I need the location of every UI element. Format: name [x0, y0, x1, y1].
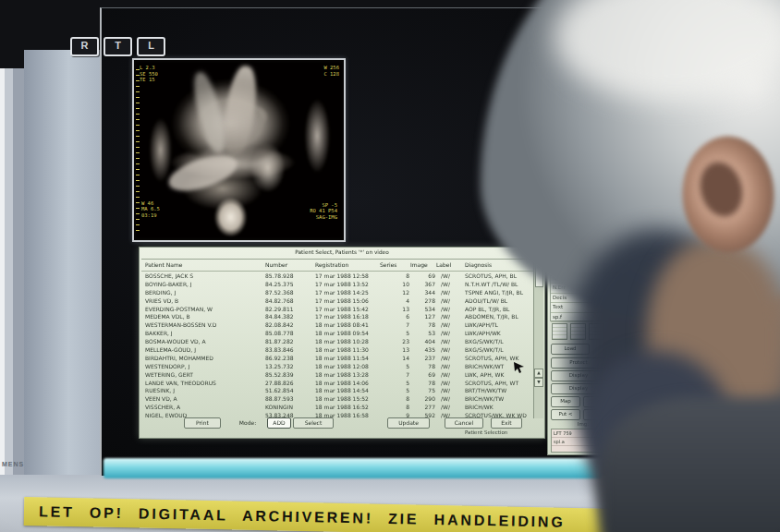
- protect-button[interactable]: Protect: [551, 357, 606, 369]
- table-cell: /W/: [441, 387, 461, 393]
- table-row[interactable]: RUESINK, J51.62.85418 mar 1988 14:54575/…: [140, 387, 533, 395]
- scroll-down-icon[interactable]: ▼: [534, 378, 543, 387]
- select-button[interactable]: Select: [293, 417, 334, 429]
- list-item[interactable]: N.Err: [551, 284, 612, 293]
- table-cell: VRIES VD, B: [145, 297, 262, 304]
- table-cell: RUESINK, J: [145, 387, 262, 393]
- display-button[interactable]: Display: [551, 370, 606, 381]
- print-button[interactable]: Print: [184, 417, 221, 429]
- monitor-bezel-left: [24, 50, 105, 484]
- table-cell: BXG/S/WK/T/L: [465, 346, 533, 353]
- table-cell: 18 mar 1988 10:28: [315, 338, 393, 345]
- table-cell: 127: [413, 313, 435, 320]
- column-header: Patient Name: [145, 261, 183, 268]
- table-cell: /W/: [441, 404, 461, 410]
- exit-button[interactable]: Exit: [491, 417, 522, 429]
- mode-add-button[interactable]: ADD: [267, 417, 291, 429]
- table-cell: BRICH/WK/TW: [465, 395, 533, 402]
- column-header: Series: [380, 261, 396, 268]
- table-cell: SCROTUS, APH, BL: [465, 272, 533, 279]
- table-row[interactable]: BOSMA-WOUDE VD, A81.87.28218 mar 1988 10…: [140, 338, 533, 346]
- img-listbox[interactable]: LFT 759spl.a: [551, 429, 623, 453]
- table-row[interactable]: MELLEMA-GOUD, J83.83.84618 mar 1988 11:3…: [140, 346, 533, 355]
- table-row[interactable]: MEDEMA VDL, B84.84.38217 mar 1988 16:186…: [140, 313, 533, 321]
- list-item[interactable]: sub 7: [551, 274, 612, 284]
- table-row[interactable]: BIRDAHTRI, MOHAMMED86.92.23818 mar 1988 …: [140, 355, 533, 363]
- table-cell: AOP BL, T/JR, BL: [465, 306, 533, 312]
- table-cell: /W/: [441, 355, 461, 361]
- update-button[interactable]: Update: [387, 417, 430, 429]
- table-cell: LWK/APH/WK: [465, 330, 533, 336]
- side-panel: sub 7N.ErrDecisTextsp.f Load Protect Dis…: [547, 271, 634, 455]
- list-item[interactable]: LFT 759: [552, 429, 622, 438]
- put-right-button[interactable]: Put >: [583, 409, 626, 420]
- table-cell: 17 mar 1988 15:42: [315, 306, 393, 312]
- table-cell: 83.83.846: [265, 346, 311, 353]
- table-cell: 8: [395, 395, 409, 402]
- mri-annotation-bottom-left: W 46MA 6.503:19: [141, 200, 160, 219]
- mri-annotation-line: L 2.3: [140, 65, 158, 71]
- table-cell: 367: [413, 281, 435, 287]
- put-left-button[interactable]: Put <: [551, 409, 580, 420]
- table-row[interactable]: WESTERMAN-BOSSEN V.D82.08.84218 mar 1988…: [140, 321, 533, 330]
- load-button[interactable]: Load: [551, 344, 590, 355]
- table-cell: 5: [395, 380, 409, 386]
- table-cell: 7: [395, 321, 409, 328]
- table-row[interactable]: BOSSCHE, JACK S85.78.92817 mar 1988 12:5…: [140, 272, 533, 281]
- screen-glare: [453, 36, 702, 267]
- column-header: Diagnosis: [465, 261, 492, 268]
- table-row[interactable]: BOYING-BAKER, J84.25.37517 mar 1988 13:5…: [140, 281, 533, 289]
- table-cell: VEEN VD, A: [145, 395, 262, 402]
- table-cell: /W/: [441, 313, 461, 320]
- table-scrollbar[interactable]: ▲ ▼: [533, 260, 543, 418]
- table-cell: BAKKER, J: [145, 330, 262, 336]
- table-row[interactable]: BERDING, J87.52.36817 mar 1988 14:251234…: [140, 289, 533, 297]
- image-page-icon[interactable]: [552, 323, 567, 340]
- dialog-title: Patient Select, Patients '*' on video: [140, 249, 544, 255]
- img-label: Img:: [551, 421, 615, 427]
- display-button[interactable]: Display: [551, 383, 606, 394]
- table-cell: 18 mar 1988 13:28: [315, 371, 393, 378]
- rtl-logo: RTL: [70, 37, 165, 56]
- table-row[interactable]: WETERING, GERT85.52.83918 mar 1988 13:28…: [140, 371, 533, 380]
- table-cell: 290: [413, 395, 435, 402]
- table-cell: /W/: [441, 363, 461, 369]
- mri-image-window[interactable]: L 2.3SE 550TE 15 W 256C 128 W 46MA 6.503…: [132, 58, 346, 242]
- table-row[interactable]: EVERDING-POSTMAN, W82.29.81117 mar 1988 …: [140, 306, 533, 314]
- table-cell: 13.25.732: [265, 363, 311, 369]
- map-button[interactable]: Map: [551, 396, 580, 407]
- table-cell: 17 mar 1988 12:58: [315, 272, 393, 279]
- table-cell: 344: [413, 289, 435, 296]
- scroll-up-icon[interactable]: ▲: [534, 369, 543, 378]
- image-page-icon[interactable]: [589, 323, 604, 340]
- list-item[interactable]: sp.f: [551, 313, 612, 322]
- table-cell: 53: [413, 330, 435, 336]
- label-button[interactable]: Label: [583, 396, 626, 407]
- list-item[interactable]: Decis: [551, 294, 612, 303]
- table-cell: /W/: [441, 306, 461, 312]
- cancel-button[interactable]: Cancel: [445, 417, 483, 429]
- table-cell: ADOU/TL/W/ BL: [465, 297, 533, 304]
- table-cell: /W/: [441, 371, 461, 378]
- image-page-icon[interactable]: [570, 323, 586, 340]
- table-row[interactable]: VRIES VD, B84.82.76817 mar 1988 15:06427…: [140, 297, 533, 306]
- table-row[interactable]: BAKKER, J85.08.77818 mar 1988 09:54553/W…: [140, 330, 533, 338]
- scrollbar-thumb[interactable]: [535, 261, 543, 287]
- table-row[interactable]: VISSCHER, AKONINGIN18 mar 1988 16:528277…: [140, 404, 533, 412]
- list-item[interactable]: spl.a: [552, 438, 622, 446]
- warning-banner-text: LET OP! DIGITAAL ARCHIVEREN! ZIE HANDLEI…: [39, 503, 566, 529]
- table-cell: /W/: [441, 395, 461, 402]
- table-row[interactable]: LANDE VAN, THEODORUS27.88.82618 mar 1988…: [140, 380, 533, 388]
- table-cell: 84.82.768: [265, 297, 311, 304]
- table-cell: LWK/APH/TL: [465, 321, 533, 328]
- table-cell: BRT/TH/WK/TW: [465, 387, 533, 393]
- table-cell: 85.78.928: [265, 272, 311, 279]
- table-cell: BERDING, J: [145, 289, 262, 296]
- table-cell: 18 mar 1988 08:41: [315, 321, 393, 328]
- table-row[interactable]: WESTENDORP, J13.25.73218 mar 1988 12:085…: [140, 363, 533, 371]
- list-item[interactable]: Text: [551, 303, 612, 312]
- table-cell: 17 mar 1988 16:18: [315, 313, 393, 320]
- side-panel-list[interactable]: sub 7N.ErrDecisTextsp.f: [550, 273, 613, 321]
- mri-annotation-bottom-right: SP -5RO 41 P54SAG-IMG: [310, 202, 337, 221]
- table-row[interactable]: VEEN VD, A88.87.59318 mar 1988 15:528290…: [140, 395, 533, 404]
